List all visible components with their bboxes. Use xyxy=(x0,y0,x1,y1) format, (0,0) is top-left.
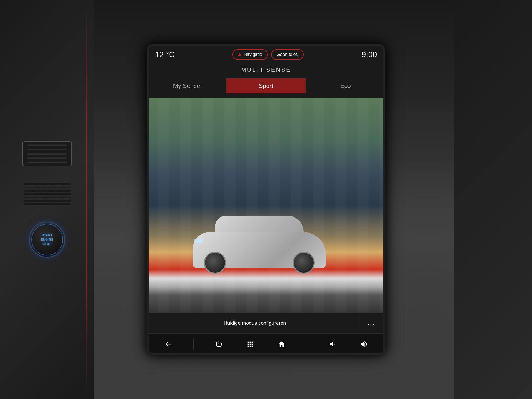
power-icon xyxy=(215,340,223,348)
nav-separator-2 xyxy=(307,339,307,350)
power-button[interactable] xyxy=(213,338,225,350)
action-bar: Huidige modus configureren ... xyxy=(147,313,385,333)
texture-overlay xyxy=(0,0,94,399)
nav-separator-1 xyxy=(193,339,194,350)
action-bar-divider xyxy=(360,318,360,329)
motion-blur-overlay xyxy=(147,98,385,313)
bottom-nav-bar xyxy=(147,333,385,355)
back-button[interactable] xyxy=(162,338,174,350)
status-bar: 12 °C Navigatie Geen telef. 9:00 xyxy=(147,44,385,65)
screen-content: 12 °C Navigatie Geen telef. 9:00 MULTI-S… xyxy=(147,44,385,355)
temperature-display: 12 °C xyxy=(155,50,175,59)
car-interior: START ENGINE STOP 12 °C Navigatie xyxy=(0,0,532,399)
clock-display: 9:00 xyxy=(362,50,377,59)
back-icon xyxy=(164,340,172,348)
right-panel xyxy=(454,0,532,399)
navigation-button[interactable]: Navigatie xyxy=(232,49,268,60)
tab-eco[interactable]: Eco xyxy=(306,78,385,93)
home-icon xyxy=(278,340,286,348)
multi-sense-header: MULTI-SENSE My Sense Sport Eco xyxy=(147,65,385,98)
multi-sense-title: MULTI-SENSE xyxy=(241,66,291,73)
left-panel: START ENGINE STOP xyxy=(0,0,94,399)
left-accent-stripe xyxy=(86,0,87,399)
car-wheel-left xyxy=(204,252,226,274)
volume-down-button[interactable] xyxy=(326,338,339,350)
home-button[interactable] xyxy=(276,338,288,350)
start-button-text: START ENGINE STOP xyxy=(41,233,53,246)
tab-my-sense[interactable]: My Sense xyxy=(147,78,226,93)
start-engine-stop-container: START ENGINE STOP xyxy=(29,222,65,258)
phone-button-label: Geen telef. xyxy=(277,52,298,57)
car-image-area xyxy=(147,98,385,313)
car-headlight xyxy=(194,239,203,243)
car-wheel-right xyxy=(293,252,315,274)
configure-mode-button[interactable]: Huidige modus configureren xyxy=(152,318,357,329)
tab-sport[interactable]: Sport xyxy=(226,78,306,93)
main-screen: 12 °C Navigatie Geen telef. 9:00 MULTI-S… xyxy=(147,44,385,355)
car-scene xyxy=(147,98,385,313)
apps-icon xyxy=(246,340,254,348)
start-engine-stop-button[interactable]: START ENGINE STOP xyxy=(29,222,65,258)
volume-up-icon xyxy=(360,340,368,348)
volume-up-button[interactable] xyxy=(358,338,370,350)
mode-tabs: My Sense Sport Eco xyxy=(147,78,385,93)
apps-button[interactable] xyxy=(244,338,256,350)
nav-buttons-group: Navigatie Geen telef. xyxy=(232,49,304,60)
phone-button[interactable]: Geen telef. xyxy=(271,49,304,60)
navigation-button-label: Navigatie xyxy=(244,52,262,57)
car-shape xyxy=(193,218,326,279)
volume-down-icon xyxy=(329,340,336,348)
more-options-button[interactable]: ... xyxy=(363,317,380,329)
navigation-arrow-icon xyxy=(238,53,241,56)
